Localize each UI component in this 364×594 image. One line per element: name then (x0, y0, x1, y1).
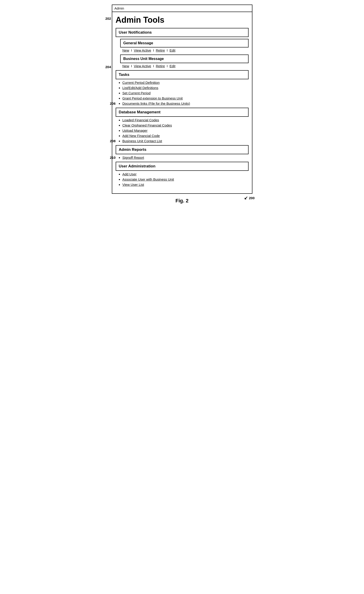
page-title: Admin Tools (116, 15, 164, 25)
page-container: Admin 202 Admin Tools User Notifications… (112, 5, 253, 204)
clear-orphaned-financial-codes-link[interactable]: Clear Orphaned Financial Codes (123, 123, 172, 127)
documents-links-link[interactable]: Documents links (File for the Business U… (123, 101, 190, 105)
tasks-list: Current Period Definition List/Edit/Add … (123, 81, 248, 105)
database-management-section: Database Management (116, 108, 248, 117)
add-user-link[interactable]: Add User (123, 172, 137, 176)
business-unit-message-new-link[interactable]: New (123, 64, 129, 68)
ref-210: 210 (110, 155, 116, 159)
list-item: Loaded Financial Codes (123, 118, 248, 122)
page-title-container: 202 Admin Tools (116, 15, 248, 25)
upload-manager-link[interactable]: Upload Manager (123, 128, 148, 132)
general-message-links: New I View Active I Retire I Edit (123, 48, 248, 52)
fig-label: Fig. 2 (112, 198, 253, 204)
loaded-financial-codes-link[interactable]: Loaded Financial Codes (123, 118, 159, 122)
user-notifications-section: User Notifications (116, 28, 248, 37)
general-message-edit-link[interactable]: Edit (170, 48, 176, 52)
current-period-definition-link[interactable]: Current Period Definition (123, 81, 160, 85)
business-unit-contact-list-link[interactable]: Business Unit Contact List (123, 139, 162, 143)
list-item: 206 Documents links (File for the Busine… (123, 101, 248, 105)
list-edit-add-definitions-link[interactable]: List/Edit/Add Definitions (123, 86, 158, 90)
business-unit-message-edit-link[interactable]: Edit (170, 64, 176, 68)
general-message-retire-link[interactable]: Retire (156, 48, 165, 52)
tasks-section: Tasks (116, 70, 248, 79)
list-item: Add User (123, 172, 248, 176)
list-item: List/Edit/Add Definitions (123, 86, 248, 90)
database-management-list-container: Loaded Financial Codes Clear Orphaned Fi… (116, 118, 248, 143)
user-administration-list-container: Add User Associate User with Business Un… (116, 172, 248, 187)
list-item: Upload Manager (123, 128, 248, 132)
ref-202: 202 (105, 17, 111, 20)
admin-reports-section: Admin Reports (116, 145, 248, 154)
ref-204: 204 (105, 65, 111, 69)
list-item: View User List (123, 183, 248, 187)
admin-reports-list-container: 210 Signoff Report (116, 155, 248, 159)
separator-3: I (167, 48, 168, 52)
list-item: Set Current Period (123, 91, 248, 95)
separator-1: I (131, 48, 132, 52)
business-unit-message-section: Business Unit Message (120, 54, 248, 63)
main-content: 202 Admin Tools User Notifications Gener… (112, 12, 252, 193)
corner-ref-label: 200 (249, 196, 254, 200)
general-message-section: General Message (120, 39, 248, 47)
associate-user-link[interactable]: Associate User with Business Unit (123, 177, 174, 181)
list-item: Grant Period extension to Business Unit (123, 96, 248, 100)
list-item: Clear Orphaned Financial Codes (123, 123, 248, 127)
general-message-view-active-link[interactable]: View Active (134, 48, 151, 52)
separator-6: I (167, 64, 168, 68)
tasks-list-container: Current Period Definition List/Edit/Add … (116, 81, 248, 105)
set-current-period-link[interactable]: Set Current Period (123, 91, 151, 95)
add-new-financial-code-link[interactable]: Add New Financial Code (123, 134, 160, 138)
business-unit-message-links-container: 204 New I View Active I Retire I Edit (116, 64, 248, 68)
user-administration-section: User Administration (116, 162, 248, 171)
list-item: 208 Business Unit Contact List (123, 139, 248, 143)
list-item: 210 Signoff Report (123, 155, 248, 159)
grant-period-extension-link[interactable]: Grant Period extension to Business Unit (123, 96, 183, 100)
ref-208: 208 (110, 139, 116, 143)
separator-4: I (131, 64, 132, 68)
list-item: Associate User with Business Unit (123, 177, 248, 181)
list-item: Add New Financial Code (123, 134, 248, 138)
database-management-list: Loaded Financial Codes Clear Orphaned Fi… (123, 118, 248, 143)
view-user-list-link[interactable]: View User List (123, 183, 144, 187)
business-unit-message-view-active-link[interactable]: View Active (134, 64, 151, 68)
list-item: Current Period Definition (123, 81, 248, 85)
arrow-icon: ↙ (244, 195, 248, 201)
signoff-report-link[interactable]: Signoff Report (123, 155, 144, 159)
breadcrumb: Admin (112, 5, 252, 12)
admin-reports-list: 210 Signoff Report (123, 155, 248, 159)
separator-5: I (153, 64, 154, 68)
business-unit-message-retire-link[interactable]: Retire (156, 64, 165, 68)
separator-2: I (153, 48, 154, 52)
business-unit-message-links: New I View Active I Retire I Edit (123, 64, 248, 68)
general-message-new-link[interactable]: New (123, 48, 129, 52)
ref-206: 206 (110, 101, 116, 105)
outer-border: Admin 202 Admin Tools User Notifications… (112, 5, 253, 194)
corner-ref: ↙ 200 (244, 195, 254, 201)
user-administration-list: Add User Associate User with Business Un… (123, 172, 248, 187)
